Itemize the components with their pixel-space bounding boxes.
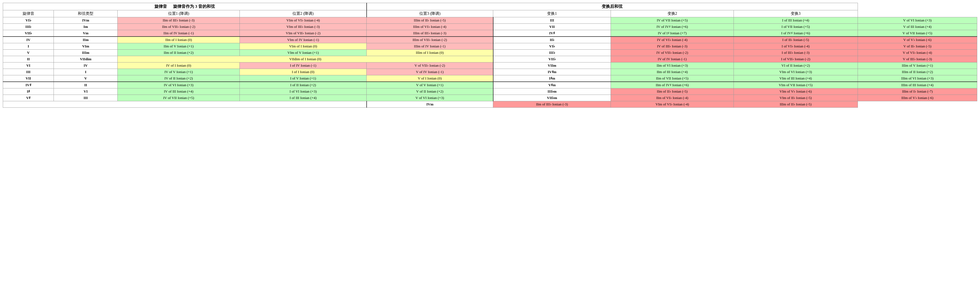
- chord-position-3: V of I Ionian (0): [367, 75, 493, 82]
- chord-position-2: VIm of V Ionian (+1): [240, 49, 367, 56]
- chord-position-1: IV of VII Ionian (+5): [118, 95, 240, 101]
- chord-position-2: I of II Ionian (+2): [240, 82, 367, 88]
- right-section-header: 变换后和弦: [367, 3, 858, 10]
- melody-note-right: III: [493, 17, 611, 24]
- chord-position-2: VIm of I Ionian (0): [240, 43, 367, 49]
- chord-position-2: VIm of VII♭ Ionian (-2): [240, 30, 367, 37]
- right-chord-1: IIm of VI♭ Ionian (-4): [611, 95, 734, 101]
- chord-type: VI: [54, 88, 118, 95]
- chord-position-1: IV of I Ionian (0): [118, 62, 240, 69]
- chord-position-2: VIm of III♭ Ionian (-3): [240, 24, 367, 30]
- melody-note-left: V♯: [3, 95, 54, 101]
- chord-position-3: IIIm of IV Ionian (-1): [367, 43, 493, 49]
- melody-note-left: VII: [3, 75, 54, 82]
- chord-type: Im: [54, 24, 118, 30]
- melody-note-left: IV: [3, 37, 54, 43]
- chord-position-3: IIIm of VI♭ Ionian (-4): [367, 24, 493, 30]
- chord-position-1: IIm of VII♭ Ionian (-2): [118, 24, 240, 30]
- melody-note-right: VI♭: [493, 43, 611, 49]
- chord-type: IIm: [54, 37, 118, 43]
- right-chord-2: VIm of VII Ionian (+5): [733, 82, 858, 88]
- chord-position-3: IIIm of II♭ Ionian (-5): [367, 17, 493, 24]
- chord-position-1: IV of II Ionian (+2): [118, 75, 240, 82]
- melody-note-right: III♭: [493, 49, 611, 56]
- right-chord-3: V of V♭ Ionian (-6): [858, 37, 977, 43]
- melody-note-left: VII♭: [3, 30, 54, 37]
- chord-type: VIm: [54, 43, 118, 49]
- right-chord-3: IIIm of II Ionian (+2): [858, 69, 977, 75]
- chord-position-2: I of III Ionian (+4): [240, 95, 367, 101]
- col-header-pos3: 位置3 (降调): [367, 10, 493, 17]
- melody-note-left: VI♭: [3, 17, 54, 24]
- chord-position-3: IIIm of III♭ Ionian (-3): [367, 30, 493, 37]
- chord-type: V: [54, 75, 118, 82]
- chord-type: IIIm: [54, 49, 118, 56]
- melody-note-right: IVm: [367, 101, 493, 108]
- col-header-chord-type: 和弦类型: [54, 10, 118, 17]
- main-table: 旋律音 旋律音作为 3 音的和弦 变换后和弦 旋律音 和弦类型 位置1 (降调)…: [3, 3, 977, 108]
- right-chord-2: I of IV♯ Ionian (+6): [733, 30, 858, 37]
- right-chord-2: I of III Ionian (+4): [733, 17, 858, 24]
- chord-position-2: VIm of IV Ionian (-1): [240, 37, 367, 43]
- chord-position-3: IIIm of VII♭ Ionian (-2): [367, 37, 493, 43]
- col-header-note-left: 旋律音: [3, 10, 54, 17]
- melody-note-left: I: [3, 43, 54, 49]
- melody-note-right: IV♯: [493, 30, 611, 37]
- chord-position-1: IIm of II Ionian (+2): [118, 49, 240, 56]
- left-header-note: 旋律音: [154, 4, 167, 9]
- melody-note-right: VII♭m: [493, 95, 611, 101]
- melody-note-left: III: [3, 69, 54, 75]
- chord-position-1: IIm of IV Ionian (-1): [118, 30, 240, 37]
- right-chord-1: IV of VII♭ Ionian (-2): [611, 49, 734, 56]
- left-header-chord: 旋律音作为 3 音的和弦: [173, 4, 215, 9]
- right-chord-1: IV of I♯ Ionian (+7): [611, 30, 734, 37]
- right-chord-2: VI of II Ionian (+2): [733, 62, 858, 69]
- chord-position-1: VIIdim of I Ionian (0): [118, 56, 493, 62]
- melody-note-left: I♯: [3, 88, 54, 95]
- chord-type: III: [54, 95, 118, 101]
- melody-note-right: III♭m: [493, 88, 611, 95]
- right-chord-3: IIIm of V Ionian (+1): [858, 62, 977, 69]
- chord-position-1: IV of III Ionian (+4): [118, 88, 240, 95]
- right-chord-3: V of III Ionian (+4): [858, 24, 977, 30]
- right-chord-2: I of VI♭ Ionian (-4): [733, 43, 858, 49]
- chord-type: IV: [54, 62, 118, 69]
- col-header-pos1: 位置1 (降调): [118, 10, 240, 17]
- right-chord-3: IIIm of V♭ Ionian (-6): [858, 95, 977, 101]
- chord-position-3: V of IV Ionian (-1): [367, 69, 493, 75]
- right-chord-2: VIm of VI♭ Ionian (-4): [611, 101, 734, 108]
- right-chord-1: IV of VII Ionian (+5): [611, 17, 734, 24]
- col-header-rc3: 变换3: [733, 10, 858, 17]
- chord-position-3: IIIm of I Ionian (0): [367, 49, 493, 56]
- right-chord-3: IIIm of I♭ Ionian (-7): [858, 88, 977, 95]
- right-chord-2: VIm of V♭ Ionian (-6): [733, 88, 858, 95]
- melody-note-right: VII: [493, 24, 611, 30]
- right-chord-2: VIm of VI Ionian (+3): [733, 69, 858, 75]
- melody-note-left: IV♯: [3, 82, 54, 88]
- melody-note-left: V: [3, 49, 54, 56]
- right-chord-3: V of II♭ Ionian (-5): [858, 43, 977, 49]
- right-chord-1: IIm of VII Ionian (+5): [611, 75, 734, 82]
- right-chord-3: V of III♭ Ionian (-3): [858, 56, 977, 62]
- chord-position-2: I of I Ionian (0): [240, 69, 367, 75]
- right-chord-1: IIm of IV♯ Ionian (+6): [611, 82, 734, 88]
- right-chord-1: IIm of II♭ Ionian (-5): [611, 88, 734, 95]
- chord-position-2: I of IV Ionian (-1): [240, 62, 367, 69]
- melody-note-right: IV♯m: [493, 69, 611, 75]
- chord-position-1: IV of V Ionian (+1): [118, 69, 240, 75]
- right-chord-1: IV of VI♭ Ionian (-4): [611, 37, 734, 43]
- chord-position-3: V of VII♭ Ionian (-2): [367, 62, 493, 69]
- col-header-rc1: 变换1: [493, 10, 611, 17]
- right-chord-2: VIm of III Ionian (+4): [733, 75, 858, 82]
- melody-note-right: VII♭: [493, 56, 611, 62]
- melody-note-left: III♭: [3, 24, 54, 30]
- chord-position-3: V of VI Ionian (+3): [367, 95, 493, 101]
- right-chord-2: I of VII♭ Ionian (-2): [733, 56, 858, 62]
- left-section-header: 旋律音 旋律音作为 3 音的和弦: [3, 3, 367, 10]
- right-chord-2: I of III♭ Ionian (-3): [733, 49, 858, 56]
- chord-position-2: I of VI Ionian (+3): [240, 88, 367, 95]
- melody-note-right: I♯m: [493, 75, 611, 82]
- chord-position-1: IV of VI Ionian (+3): [118, 82, 240, 88]
- col-header-pos2: 位置2 (降调): [240, 10, 367, 17]
- chord-position-3: V of V Ionian (+1): [367, 82, 493, 88]
